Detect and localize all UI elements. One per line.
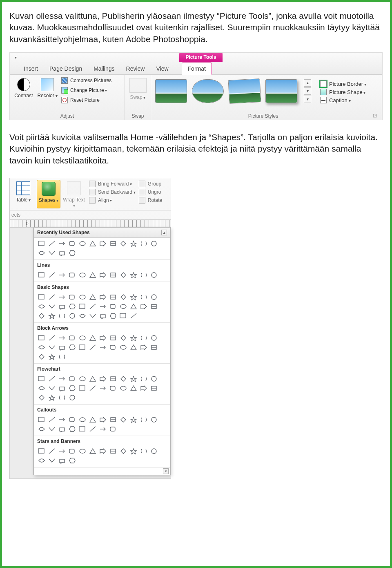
shape-item[interactable] bbox=[47, 239, 56, 248]
shape-item[interactable] bbox=[78, 375, 87, 383]
ungroup-button[interactable]: Ungro bbox=[139, 189, 162, 195]
shape-item[interactable] bbox=[98, 343, 107, 351]
shape-item[interactable] bbox=[139, 271, 148, 279]
shape-item[interactable] bbox=[37, 447, 46, 455]
shape-item[interactable] bbox=[47, 384, 56, 392]
shape-item[interactable] bbox=[47, 249, 56, 257]
shape-item[interactable] bbox=[139, 375, 148, 383]
shape-item[interactable] bbox=[68, 375, 77, 383]
change-picture-button[interactable]: Change Picture bbox=[60, 86, 113, 94]
group-button[interactable]: Group bbox=[139, 181, 162, 187]
align-button[interactable]: Align bbox=[89, 197, 136, 203]
shape-item[interactable] bbox=[58, 293, 67, 301]
reset-picture-button[interactable]: Reset Picture bbox=[60, 96, 113, 104]
shape-item[interactable] bbox=[58, 447, 67, 455]
shape-item[interactable] bbox=[68, 447, 77, 455]
shape-item[interactable] bbox=[37, 271, 46, 279]
shape-item[interactable] bbox=[139, 416, 148, 424]
shape-item[interactable] bbox=[98, 302, 107, 311]
shape-item[interactable] bbox=[47, 416, 56, 424]
shape-item[interactable] bbox=[58, 271, 67, 279]
shape-item[interactable] bbox=[129, 312, 138, 320]
shape-item[interactable] bbox=[109, 271, 118, 279]
shape-item[interactable] bbox=[78, 302, 87, 311]
shape-item[interactable] bbox=[129, 384, 138, 392]
shape-item[interactable] bbox=[88, 271, 97, 279]
shape-item[interactable] bbox=[129, 302, 138, 311]
shape-item[interactable] bbox=[129, 416, 138, 424]
shape-item[interactable] bbox=[109, 425, 118, 433]
shape-item[interactable] bbox=[88, 302, 97, 311]
shape-item[interactable] bbox=[37, 384, 46, 392]
shape-item[interactable] bbox=[149, 447, 158, 455]
shape-item[interactable] bbox=[129, 447, 138, 455]
shape-item[interactable] bbox=[37, 456, 46, 465]
shape-item[interactable] bbox=[47, 447, 56, 455]
shape-item[interactable] bbox=[68, 334, 77, 342]
shape-item[interactable] bbox=[98, 312, 107, 320]
shape-item[interactable] bbox=[58, 343, 67, 351]
shape-item[interactable] bbox=[149, 271, 158, 279]
shape-item[interactable] bbox=[58, 384, 67, 392]
shape-item[interactable] bbox=[119, 312, 128, 320]
shape-item[interactable] bbox=[78, 447, 87, 455]
tab-page-design[interactable]: Page Design bbox=[44, 63, 88, 74]
shape-item[interactable] bbox=[47, 271, 56, 279]
wrap-text-button[interactable]: Wrap Text bbox=[62, 180, 86, 208]
compress-pictures-button[interactable]: Compress Pictures bbox=[60, 76, 113, 85]
shape-item[interactable] bbox=[109, 343, 118, 351]
shape-item[interactable] bbox=[98, 239, 107, 248]
shape-item[interactable] bbox=[47, 334, 56, 342]
shape-item[interactable] bbox=[88, 416, 97, 424]
shape-item[interactable] bbox=[88, 239, 97, 248]
shape-item[interactable] bbox=[119, 447, 128, 455]
shape-item[interactable] bbox=[119, 271, 128, 279]
shape-item[interactable] bbox=[149, 293, 158, 301]
style-thumb-1[interactable] bbox=[155, 79, 187, 103]
table-button[interactable]: Table bbox=[11, 180, 35, 208]
shape-item[interactable] bbox=[129, 271, 138, 279]
shape-item[interactable] bbox=[58, 416, 67, 424]
shape-item[interactable] bbox=[119, 334, 128, 342]
shape-item[interactable] bbox=[149, 343, 158, 351]
shape-item[interactable] bbox=[119, 239, 128, 248]
shape-item[interactable] bbox=[78, 384, 87, 392]
shape-item[interactable] bbox=[68, 394, 77, 402]
shape-item[interactable] bbox=[88, 384, 97, 392]
send-backward-button[interactable]: Send Backward bbox=[89, 189, 136, 195]
shape-item[interactable] bbox=[88, 375, 97, 383]
gallery-scroll-down[interactable]: ▾ bbox=[163, 468, 169, 474]
shape-item[interactable] bbox=[88, 312, 97, 320]
shape-item[interactable] bbox=[109, 302, 118, 311]
shape-item[interactable] bbox=[47, 425, 56, 433]
shape-item[interactable] bbox=[119, 384, 128, 392]
shape-item[interactable] bbox=[47, 375, 56, 383]
shape-item[interactable] bbox=[47, 353, 56, 361]
shape-item[interactable] bbox=[119, 416, 128, 424]
picture-border-button[interactable]: Picture Border bbox=[320, 81, 366, 87]
style-thumb-4[interactable] bbox=[265, 79, 297, 103]
shape-item[interactable] bbox=[47, 456, 56, 465]
bring-forward-button[interactable]: Bring Forward bbox=[89, 181, 136, 187]
shape-item[interactable] bbox=[58, 394, 67, 402]
shape-item[interactable] bbox=[149, 239, 158, 248]
shape-item[interactable] bbox=[109, 416, 118, 424]
contrast-button[interactable]: Contrast bbox=[12, 76, 35, 104]
shape-item[interactable] bbox=[58, 375, 67, 383]
tab-review[interactable]: Review bbox=[120, 63, 151, 74]
shape-item[interactable] bbox=[68, 239, 77, 248]
shape-item[interactable] bbox=[58, 425, 67, 433]
shape-item[interactable] bbox=[129, 375, 138, 383]
shape-item[interactable] bbox=[149, 334, 158, 342]
rotate-button[interactable]: Rotate bbox=[139, 197, 162, 203]
shape-item[interactable] bbox=[88, 343, 97, 351]
shape-item[interactable] bbox=[139, 293, 148, 301]
shape-item[interactable] bbox=[68, 312, 77, 320]
shape-item[interactable] bbox=[109, 293, 118, 301]
shape-item[interactable] bbox=[47, 302, 56, 311]
tab-format[interactable]: Format bbox=[182, 63, 212, 75]
shape-item[interactable] bbox=[58, 239, 67, 248]
shape-item[interactable] bbox=[58, 302, 67, 311]
style-thumb-2[interactable] bbox=[192, 79, 224, 103]
shape-item[interactable] bbox=[88, 334, 97, 342]
